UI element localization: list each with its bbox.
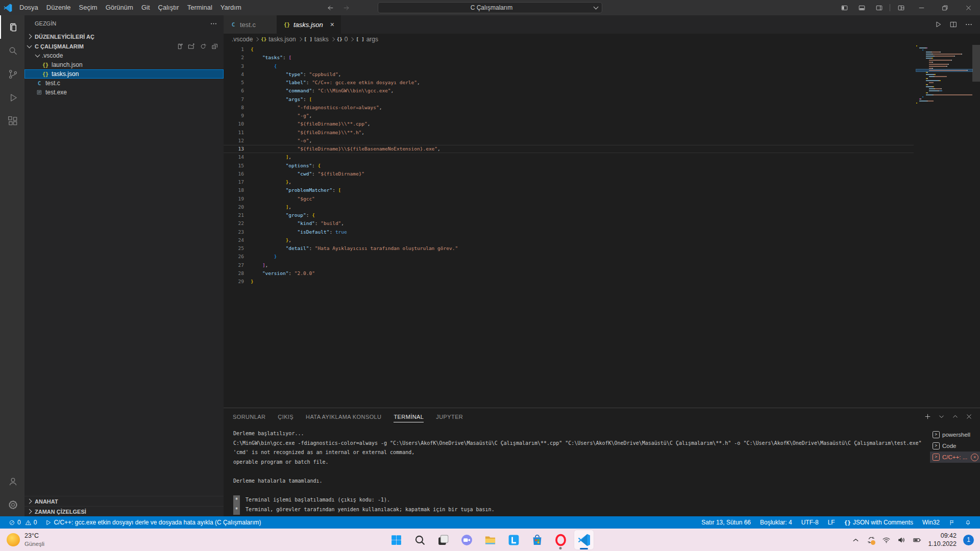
search-taskbar-icon[interactable] (409, 530, 430, 550)
command-center-search[interactable]: C Çalışmalarım (378, 2, 602, 13)
close-icon[interactable] (965, 413, 973, 420)
tree-item-test.exe[interactable]: test.exe (24, 88, 224, 97)
run-icon[interactable] (934, 20, 942, 29)
search-icon[interactable] (0, 39, 24, 62)
plus-icon[interactable] (924, 413, 932, 420)
refresh-icon[interactable] (200, 43, 207, 50)
weather-widget[interactable]: 23°C Güneşli (0, 532, 44, 547)
back-arrow-icon[interactable] (327, 4, 334, 12)
tree-item-test.c[interactable]: Ctest.c (24, 79, 224, 88)
close-icon[interactable]: × (330, 20, 334, 29)
terminal-instance-code[interactable]: >Code (930, 440, 980, 452)
layout-sidebar-icon[interactable] (836, 0, 853, 15)
ellipsis-icon[interactable] (965, 20, 973, 29)
minimap[interactable] (916, 45, 972, 104)
breadcrumb-separator-icon (255, 37, 259, 41)
breadcrumb-item-0[interactable]: {}0 (337, 36, 348, 43)
line-number: 3 (224, 62, 244, 70)
panel-tab--iki-[interactable]: ÇIKIŞ (278, 411, 293, 422)
terminal-line: 'cmd' is not recognized as an internal o… (233, 448, 930, 458)
tab-test.c[interactable]: Ctest.c (224, 15, 277, 34)
menu-düzenle[interactable]: Düzenle (42, 2, 75, 13)
taskbar-clock[interactable]: 09:42 1.10.2022 (928, 532, 957, 548)
menu-git[interactable]: Git (137, 2, 154, 13)
terminal-instance-c-c-[interactable]: >C/C++: ...× (930, 452, 980, 463)
layout-secondary-sidebar-icon[interactable] (870, 0, 888, 15)
status-lf[interactable]: LF (825, 519, 838, 526)
restore-icon[interactable] (933, 0, 957, 15)
battery-icon[interactable] (913, 536, 921, 544)
settings-gear-icon[interactable] (0, 493, 24, 516)
collapse-all-icon[interactable] (211, 43, 218, 50)
status-label: Boşluklar: 4 (760, 519, 792, 526)
customize-layout-icon[interactable] (892, 0, 910, 15)
panel-tab-termi-nal[interactable]: TERMİNAL (394, 411, 424, 422)
breadcrumb-item-tasks[interactable]: [ ]tasks (304, 36, 329, 43)
problems-status[interactable]: 0 0 (6, 516, 39, 529)
breadcrumb-item-.vscode[interactable]: .vscode (232, 36, 253, 43)
code-editor[interactable]: 1{2"tasks": [3{4"type": "cppbuild",5"lab… (224, 45, 980, 408)
tray-chevron-up-icon[interactable] (851, 536, 860, 544)
status-win32[interactable]: Win32 (920, 519, 942, 526)
history-nav (327, 4, 350, 12)
opera-icon[interactable] (550, 530, 571, 550)
source-control-icon[interactable] (0, 62, 24, 86)
l-app-icon[interactable] (503, 530, 524, 550)
menu-çalıştır[interactable]: Çalıştır (154, 2, 183, 13)
feedback-icon[interactable] (946, 519, 958, 526)
layout-panel-icon[interactable] (853, 0, 870, 15)
panel-tab-jupyter[interactable]: JUPYTER (436, 411, 463, 422)
menu-dosya[interactable]: Dosya (15, 2, 42, 13)
menu-görünüm[interactable]: Görünüm (102, 2, 137, 13)
terminal-output[interactable]: Derleme başlatılıyor...C:\MinGW\bin\gcc.… (224, 425, 930, 516)
tree-item-launch.json[interactable]: {}launch.json (24, 60, 224, 69)
store-icon[interactable] (527, 530, 547, 550)
status-bo-luklar-4[interactable]: Boşluklar: 4 (757, 519, 795, 526)
split-editor-icon[interactable] (949, 20, 958, 29)
volume-icon[interactable] (897, 536, 906, 544)
notifications-icon[interactable] (962, 519, 974, 526)
chevron-up-icon[interactable] (951, 413, 959, 420)
vscode-taskbar-icon[interactable] (574, 530, 594, 550)
editor-scrollbar[interactable] (972, 45, 980, 408)
menu-terminal[interactable]: Terminal (183, 2, 216, 13)
tree-item-.vscode[interactable]: .vscode (24, 51, 224, 60)
notification-count-badge[interactable]: 1 (963, 535, 974, 545)
files-icon[interactable] (0, 15, 24, 39)
section-workspace[interactable]: C ÇALIŞMALARIM (24, 41, 224, 51)
section-anahat[interactable]: ANAHAT (24, 496, 224, 506)
menu-yardım[interactable]: Yardım (216, 2, 246, 13)
forward-arrow-icon[interactable] (342, 4, 350, 12)
chevron-down-icon[interactable] (938, 413, 945, 420)
sync-icon[interactable] (867, 536, 875, 544)
tab-tasks.json[interactable]: {}tasks.json× (277, 15, 341, 34)
debug-task-status[interactable]: C/C++: gcc.exe etkin dosyayı derle ve do… (42, 516, 263, 529)
status-sat-r-13-s-tun-66[interactable]: Satır 13, Sütun 66 (699, 519, 753, 526)
task-view-icon[interactable] (433, 530, 453, 550)
section-open-editors[interactable]: DÜZENLEYİCİLERİ AÇ (24, 32, 224, 41)
run-debug-icon[interactable] (0, 86, 24, 109)
menu-seçim[interactable]: Seçim (75, 2, 102, 13)
breadcrumb-item-tasks.json[interactable]: {}tasks.json (261, 36, 296, 43)
section-zaman-i-zelgesi-[interactable]: ZAMAN ÇİZELGESİ (24, 506, 224, 516)
status-utf-8[interactable]: UTF-8 (799, 519, 821, 526)
new-folder-icon[interactable] (188, 43, 195, 50)
panel-tab-sorunlar[interactable]: SORUNLAR (233, 411, 265, 422)
minimize-icon[interactable] (910, 0, 933, 15)
account-icon[interactable] (0, 469, 24, 493)
wifi-icon[interactable] (882, 536, 891, 544)
breadcrumb-item-args[interactable]: [ ]args (356, 36, 378, 43)
file-explorer-icon[interactable] (480, 530, 500, 550)
ellipsis-icon[interactable] (210, 20, 217, 28)
close-icon[interactable] (957, 0, 980, 15)
extensions-icon[interactable] (0, 109, 24, 133)
terminal-instance-powershell[interactable]: >powershell (930, 429, 980, 440)
sun-icon (7, 533, 20, 546)
start-icon[interactable] (386, 530, 406, 550)
new-file-icon[interactable] (176, 43, 183, 50)
tree-item-tasks.json[interactable]: {}tasks.json (24, 69, 224, 79)
chat-icon[interactable] (456, 530, 477, 550)
status-json-with-comments[interactable]: {}JSON with Comments (842, 519, 916, 526)
panel-tab-hata-ayiklama-konsolu[interactable]: HATA AYIKLAMA KONSOLU (306, 411, 381, 422)
status-label: LF (828, 519, 835, 526)
